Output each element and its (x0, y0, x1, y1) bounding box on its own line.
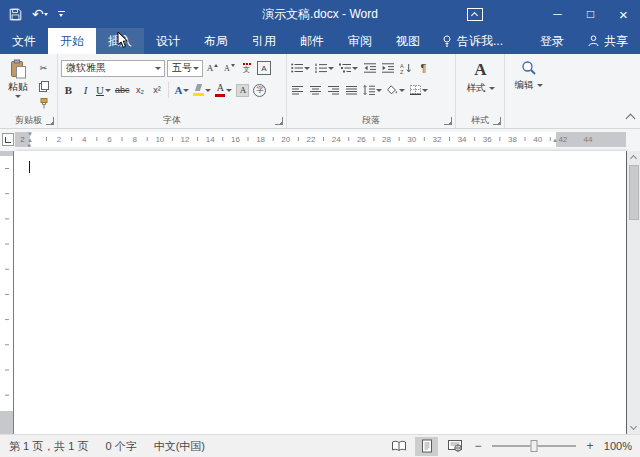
status-bar: 第 1 页，共 1 页 0 个字 中文(中国) − + 100% (0, 434, 640, 457)
tab-review[interactable]: 审阅 (336, 28, 384, 54)
sort-icon: AZ (400, 63, 412, 74)
multilevel-list-button[interactable] (338, 61, 359, 76)
enclose-characters-button[interactable]: 字 (252, 83, 267, 98)
undo-icon: ↶ (32, 7, 44, 21)
grow-font-button[interactable]: A (205, 61, 220, 76)
strikethrough-button[interactable]: abc (114, 83, 131, 98)
clipboard-dialog-launcher[interactable] (46, 117, 54, 125)
zoom-out-button[interactable]: − (471, 439, 485, 453)
underline-button[interactable]: U (95, 83, 112, 98)
zoom-level[interactable]: 100% (602, 440, 632, 452)
ruler-bar: 2 24681012141618202224262830323436384042… (0, 129, 640, 151)
superscript-button[interactable]: x² (149, 83, 164, 98)
justify-button[interactable] (344, 83, 359, 98)
bold-button[interactable]: B (61, 83, 76, 98)
tell-me-label: 告诉我... (457, 33, 503, 50)
customize-quick-access-button[interactable] (58, 4, 65, 24)
align-left-icon (292, 86, 303, 95)
tell-me-box[interactable]: 告诉我... (432, 28, 513, 54)
tab-mailings[interactable]: 邮件 (288, 28, 336, 54)
paragraph-dialog-launcher[interactable] (444, 117, 452, 125)
copy-icon (39, 81, 48, 91)
scroll-up-icon[interactable] (630, 155, 637, 162)
editing-button[interactable]: 编辑 (508, 58, 549, 92)
align-left-button[interactable] (290, 83, 305, 98)
paragraph-group-label: 段落 (287, 114, 455, 127)
align-center-button[interactable] (308, 83, 323, 98)
undo-button[interactable]: ↶ (32, 4, 48, 24)
tab-references[interactable]: 引用 (240, 28, 288, 54)
scroll-down-icon[interactable] (630, 423, 637, 430)
minimize-button[interactable]: ─ (541, 0, 574, 28)
paste-label: 粘贴 (8, 80, 28, 94)
language-indicator[interactable]: 中文(中国) (154, 439, 205, 454)
phonetic-guide-button[interactable]: 文 (239, 61, 254, 76)
editing-button-label: 编辑 (515, 79, 534, 92)
vertical-scrollbar[interactable] (627, 151, 640, 434)
text-effects-button[interactable]: A (173, 83, 190, 98)
close-button[interactable]: × (607, 0, 640, 28)
font-color-button[interactable]: A (214, 83, 233, 98)
read-mode-button[interactable] (387, 437, 410, 456)
styles-icon: A (474, 60, 486, 80)
document-area (0, 151, 640, 434)
format-painter-icon (39, 98, 49, 109)
tab-insert[interactable]: 插入 (96, 28, 144, 54)
zoom-slider[interactable] (492, 445, 576, 447)
shrink-font-button[interactable]: A (222, 61, 237, 76)
show-hide-marks-button[interactable]: ¶ (416, 61, 431, 76)
font-size-combo[interactable]: 五号 (167, 60, 203, 77)
scrollbar-thumb[interactable] (629, 165, 639, 220)
borders-button[interactable] (409, 83, 429, 98)
tab-file[interactable]: 文件 (0, 28, 48, 54)
tab-home[interactable]: 开始 (48, 28, 96, 54)
paste-button[interactable]: 粘贴 (3, 58, 33, 111)
share-button[interactable]: 共享 (576, 28, 640, 54)
styles-button-label: 样式 (467, 82, 486, 95)
styles-dialog-launcher[interactable] (493, 117, 501, 125)
shading-button[interactable] (386, 83, 406, 98)
save-button[interactable] (9, 4, 22, 24)
zoom-in-button[interactable]: + (583, 439, 597, 453)
cut-button[interactable]: ✂ (36, 60, 51, 75)
italic-button[interactable]: I (78, 83, 93, 98)
left-indent-marker[interactable]: ■ (28, 143, 31, 148)
sort-button[interactable]: AZ (398, 61, 413, 76)
zoom-slider-thumb[interactable] (531, 440, 538, 452)
character-shading-button[interactable]: A (235, 83, 250, 98)
tab-design[interactable]: 设计 (144, 28, 192, 54)
character-border-button[interactable]: A (256, 61, 272, 76)
document-page[interactable] (14, 151, 626, 434)
web-layout-button[interactable] (443, 437, 466, 456)
quick-access-toolbar: ↶ (0, 4, 65, 24)
align-right-button[interactable] (326, 83, 341, 98)
vertical-ruler[interactable] (0, 151, 13, 434)
decrease-indent-button[interactable] (362, 61, 377, 76)
font-name-combo[interactable]: 微软雅黑 (61, 60, 165, 77)
chevron-down-icon (304, 67, 310, 70)
format-painter-button[interactable] (36, 96, 51, 111)
numbering-button[interactable] (314, 61, 335, 76)
horizontal-ruler[interactable]: 2 24681012141618202224262830323436384042… (15, 132, 626, 147)
bullets-button[interactable] (290, 61, 311, 76)
copy-button[interactable] (36, 78, 51, 93)
chevron-down-icon (422, 89, 428, 92)
sign-in-button[interactable]: 登录 (528, 28, 576, 54)
font-dialog-launcher[interactable] (275, 117, 283, 125)
page-indicator[interactable]: 第 1 页，共 1 页 (9, 439, 88, 454)
collapse-ribbon-button[interactable] (626, 114, 636, 124)
subscript-button[interactable]: x₂ (132, 83, 147, 98)
increase-indent-button[interactable] (380, 61, 395, 76)
right-indent-marker[interactable]: ▲ (552, 138, 558, 143)
line-spacing-button[interactable] (362, 83, 383, 98)
text-highlight-button[interactable] (192, 83, 212, 98)
ribbon-display-options-icon[interactable] (467, 8, 483, 21)
tab-selector-button[interactable] (2, 133, 14, 146)
word-count[interactable]: 0 个字 (105, 439, 136, 454)
tab-view[interactable]: 视图 (384, 28, 432, 54)
font-size-value: 五号 (172, 61, 192, 75)
tab-layout[interactable]: 布局 (192, 28, 240, 54)
maximize-button[interactable]: □ (574, 0, 607, 28)
print-layout-button[interactable] (415, 437, 438, 456)
styles-button[interactable]: A 样式 (459, 58, 502, 95)
